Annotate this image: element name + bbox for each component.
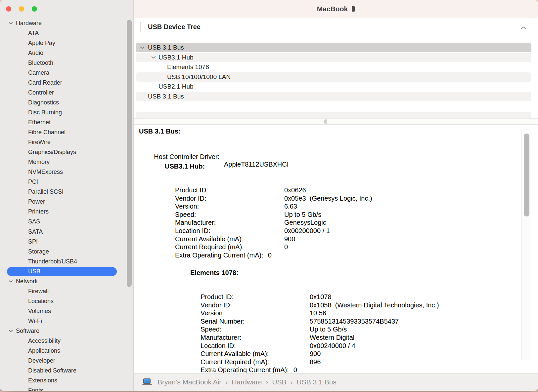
section-title: USB Device Tree — [148, 23, 201, 31]
sidebar-item-storage[interactable]: Storage — [0, 247, 133, 256]
sidebar-item-diagnostics[interactable]: Diagnostics — [0, 98, 133, 107]
detail-row: Product ID:0x1078 — [201, 293, 234, 301]
detail-label: Location ID: — [201, 342, 236, 349]
detail-label: Vendor ID: — [201, 301, 232, 309]
chevron-up-icon[interactable] — [519, 25, 527, 31]
sidebar-item-nvmexpress[interactable]: NVMExpress — [0, 167, 133, 177]
detail-value: GenesysLogic — [284, 219, 326, 226]
chevron-down-icon — [9, 280, 13, 283]
sidebar-item-card-reader[interactable]: Card Reader — [0, 78, 133, 88]
sidebar-item-label: Parallel SCSI — [28, 188, 64, 195]
sidebar-item-label: Graphics/Displays — [28, 149, 76, 156]
detail-label: Version: — [201, 309, 224, 317]
breadcrumb-separator: › — [225, 378, 228, 386]
detail-row: Current Available (mA):900 — [201, 350, 269, 358]
splitter-handle[interactable] — [324, 119, 327, 124]
sidebar-item-developer[interactable]: Developer — [0, 356, 133, 366]
zoom-button[interactable] — [32, 6, 37, 12]
sidebar-item-bluetooth[interactable]: Bluetooth — [0, 58, 133, 68]
sidebar-item-volumes[interactable]: Volumes — [0, 306, 133, 316]
detail-value: 6.63 — [284, 203, 297, 210]
sidebar-item-fibre-channel[interactable]: Fibre Channel — [0, 128, 133, 137]
detail-row: Location ID:0x00200000 / 1 — [175, 227, 210, 235]
detail-value: 0x00200000 / 1 — [284, 227, 330, 235]
sidebar-item-sata[interactable]: SATA — [0, 227, 133, 237]
sidebar-item-extensions[interactable]: Extensions — [0, 376, 133, 386]
sidebar-item-apple-pay[interactable]: Apple Pay — [0, 38, 133, 48]
sidebar-group-hardware[interactable]: Hardware — [0, 18, 133, 28]
tree-row-label: USB3.1 Hub — [158, 54, 194, 61]
sidebar-item-label: Ethernet — [28, 119, 51, 126]
sidebar-item-locations[interactable]: Locations — [0, 296, 133, 306]
sidebar-item-label: Printers — [28, 208, 49, 215]
sidebar-item-pci[interactable]: PCI — [0, 177, 133, 187]
sidebar-scrollbar[interactable] — [127, 20, 132, 287]
sidebar-item-label: SATA — [28, 228, 43, 235]
sidebar-item-applications[interactable]: Applications — [0, 346, 133, 356]
sidebar-group-network[interactable]: Network — [0, 276, 133, 286]
sidebar-item-firewall[interactable]: Firewall — [0, 286, 133, 296]
sidebar-group-label: Network — [16, 278, 38, 285]
sidebar-item-label: Thunderbolt/USB4 — [28, 258, 77, 265]
tree-row-elements-1078[interactable]: Elements 1078 — [136, 62, 531, 72]
usb-device-tree-header: USB Device Tree — [134, 18, 538, 36]
sidebar-item-label: Diagnostics — [28, 99, 59, 106]
sidebar-item-label: Apple Pay — [28, 40, 55, 47]
pane-splitter — [134, 118, 538, 125]
sidebar-item-label: SPI — [28, 238, 38, 245]
sidebar-item-controller[interactable]: Controller — [0, 88, 133, 98]
sidebar-item-thunderbolt-usb4[interactable]: Thunderbolt/USB4 — [0, 256, 133, 266]
sidebar-item-camera[interactable]: Camera — [0, 68, 133, 78]
close-button[interactable] — [6, 6, 11, 12]
tree-row-label: Elements 1078 — [167, 63, 209, 71]
tree-row-usb-3-1-bus[interactable]: USB 3.1 Bus — [136, 43, 531, 52]
sidebar-group-label: Hardware — [16, 20, 42, 27]
sidebar-item-graphics-displays[interactable]: Graphics/Displays — [0, 147, 133, 157]
sidebar-list: HardwareATAApple PayAudioBluetoothCamera… — [0, 18, 133, 391]
sidebar-item-label: Storage — [28, 248, 49, 255]
sidebar-item-label: Audio — [28, 50, 43, 57]
sidebar-item-fonts[interactable]: Fonts — [0, 386, 133, 391]
tree-row-usb3-1-hub[interactable]: USB3.1 Hub — [136, 53, 531, 62]
minimize-button[interactable] — [19, 6, 24, 12]
title-bar: MacBook — [134, 0, 538, 18]
sidebar-item-sas[interactable]: SAS — [0, 217, 133, 227]
detail-row: Current Required (mA):0 — [175, 243, 244, 252]
sidebar-group-software[interactable]: Software — [0, 326, 133, 336]
details-scrollbar-thumb[interactable] — [524, 134, 529, 216]
detail-label: Speed: — [175, 211, 196, 218]
sidebar-item-ata[interactable]: ATA — [0, 28, 133, 38]
chevron-down-icon[interactable] — [151, 56, 156, 59]
detail-value: 0 — [268, 252, 272, 259]
chevron-down-icon — [9, 22, 13, 25]
tree-row-label: USB2.1 Hub — [158, 83, 194, 90]
sidebar-item-ethernet[interactable]: Ethernet — [0, 117, 133, 127]
breadcrumb-separator: › — [291, 378, 293, 386]
sidebar-item-firewire[interactable]: FireWire — [0, 137, 133, 147]
window-title: MacBook — [317, 5, 348, 13]
sidebar-item-power[interactable]: Power — [0, 197, 133, 207]
chevron-down-icon[interactable] — [140, 46, 145, 49]
tree-row-usb-3-1-bus[interactable]: USB 3.1 Bus — [136, 92, 531, 101]
sidebar-item-disc-burning[interactable]: Disc Burning — [0, 107, 133, 117]
detail-label: Manufacturer: — [201, 334, 241, 341]
sidebar-item-printers[interactable]: Printers — [0, 207, 133, 217]
tree-row-usb2-1-hub[interactable]: USB2.1 Hub — [136, 82, 531, 91]
detail-value: 10.56 — [310, 309, 326, 317]
sidebar-item-memory[interactable]: Memory — [0, 157, 133, 167]
sidebar-item-wi-fi[interactable]: Wi-Fi — [0, 316, 133, 326]
sidebar-item-audio[interactable]: Audio — [0, 48, 133, 58]
sidebar-item-parallel-scsi[interactable]: Parallel SCSI — [0, 187, 133, 197]
sidebar-item-label: Accessibility — [28, 337, 61, 344]
tree-row-usb-10-100-1000-lan[interactable]: USB 10/100/1000 LAN — [136, 72, 531, 82]
sidebar-item-accessibility[interactable]: Accessibility — [0, 336, 133, 346]
details-panel: USB 3.1 Bus: Host Controller Driver: App… — [134, 125, 538, 373]
sidebar-item-spi[interactable]: SPI — [0, 237, 133, 247]
detail-value: 0x0626 — [284, 186, 306, 194]
detail-value: Up to 5 Gb/s — [284, 211, 321, 218]
sidebar-item-disabled-software[interactable]: Disabled Software — [0, 366, 133, 376]
breadcrumb-item-bryan-s-macbook-air: Bryan’s MacBook Air — [157, 378, 221, 386]
detail-value: 5758513145393353574B5437 — [310, 318, 399, 325]
sidebar-item-label: SAS — [28, 218, 40, 225]
sidebar-item-usb[interactable]: USB — [0, 266, 133, 276]
